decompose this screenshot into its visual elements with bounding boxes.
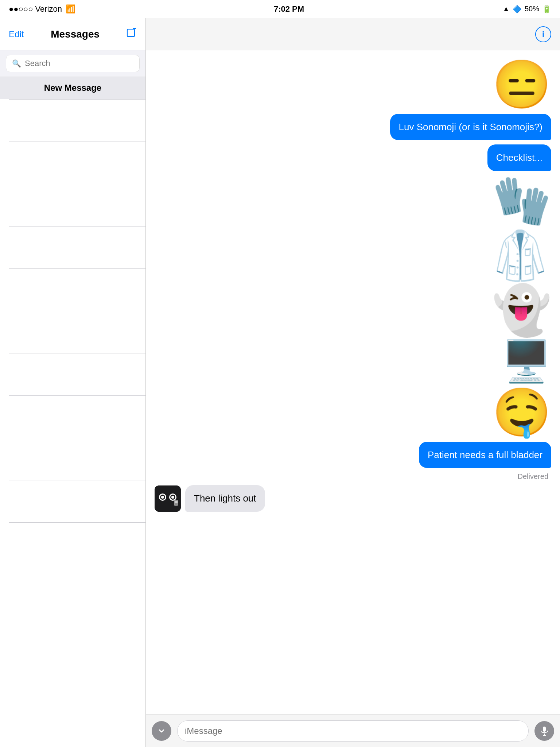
- edit-button[interactable]: Edit: [9, 29, 24, 39]
- list-item[interactable]: [0, 438, 145, 480]
- glove-sticker: 🧤: [492, 177, 551, 224]
- list-item[interactable]: [0, 480, 145, 522]
- dizzy-face-emoji-sticker: 😑: [492, 61, 551, 108]
- status-right: ▲ 🔷 50% 🔋: [502, 5, 551, 13]
- search-container: 🔍: [0, 50, 145, 77]
- list-item[interactable]: [0, 311, 145, 353]
- search-bar: 🔍: [6, 55, 140, 72]
- list-item[interactable]: [0, 396, 145, 438]
- svg-point-9: [171, 496, 174, 499]
- list-item[interactable]: [0, 353, 145, 395]
- sent-bubble-full-bladder: Patient needs a full bladder: [419, 442, 551, 468]
- battery-icon: 🔋: [542, 5, 551, 13]
- sticker-row: 😑: [155, 61, 551, 108]
- main-layout: Edit Messages 🔍 New Message: [0, 18, 560, 747]
- list-item[interactable]: [0, 227, 145, 268]
- compose-icon: [127, 28, 137, 38]
- gel-sticker: 👻: [492, 286, 551, 334]
- info-button[interactable]: i: [535, 26, 551, 42]
- ultrasound-sticker: 🖥️: [501, 341, 551, 381]
- drink-sticker-row: 🤤: [155, 388, 551, 436]
- wifi-icon: 📶: [66, 4, 75, 14]
- delivered-status: Delivered: [155, 472, 551, 481]
- avatar: [155, 485, 181, 512]
- sent-bubble-checklist: Checklist...: [487, 144, 551, 171]
- microphone-icon: [539, 726, 549, 736]
- svg-rect-3: [155, 485, 181, 512]
- list-item[interactable]: [0, 269, 145, 311]
- status-left: ●●○○○ Verizon 📶: [9, 4, 75, 14]
- search-icon: 🔍: [12, 59, 21, 68]
- received-bubble-lights-out: Then lights out: [185, 485, 265, 511]
- battery-text: 50%: [525, 5, 539, 13]
- svg-point-8: [161, 496, 164, 499]
- time-display: 7:02 PM: [274, 4, 304, 14]
- messages-title: Messages: [51, 28, 100, 40]
- message-row-full-bladder: Patient needs a full bladder: [155, 442, 551, 468]
- search-input[interactable]: [25, 59, 133, 68]
- ultrasound-sticker-row: 🖥️: [155, 341, 551, 381]
- compose-button[interactable]: [127, 28, 137, 40]
- message-row-luv-sonomoji: Luv Sonomoji (or is it Sonomojis?): [155, 114, 551, 140]
- drink-sticker: 🤤: [492, 388, 551, 436]
- lights-out-bubble: Then lights out: [185, 485, 265, 511]
- new-message-label: New Message: [9, 83, 137, 93]
- sidebar: Edit Messages 🔍 New Message: [0, 18, 146, 747]
- new-message-section[interactable]: New Message: [0, 77, 145, 99]
- sent-bubble-luv-sonomoji: Luv Sonomoji (or is it Sonomojis?): [390, 114, 552, 140]
- chat-panel: i 😑 Luv Sonomoji (or is it Sonomojis?) C…: [146, 18, 560, 747]
- scrubs-sticker-row: 🥼: [155, 232, 551, 279]
- location-icon: ▲: [502, 5, 510, 13]
- chat-input-bar: [146, 714, 560, 747]
- conversation-divider-11: [9, 522, 145, 523]
- bluetooth-icon: 🔷: [513, 5, 522, 13]
- messages-header: Edit Messages: [0, 18, 145, 50]
- list-item[interactable]: [0, 100, 145, 142]
- expand-button[interactable]: [152, 721, 171, 741]
- status-bar: ●●○○○ Verizon 📶 7:02 PM ▲ 🔷 50% 🔋: [0, 0, 560, 18]
- conversation-list: [0, 99, 145, 747]
- message-row-checklist: Checklist...: [155, 144, 551, 171]
- carrier-text: ●●○○○ Verizon: [9, 4, 62, 14]
- scrubs-sticker: 🥼: [491, 232, 550, 279]
- avatar-svg: [155, 485, 181, 512]
- list-item[interactable]: [0, 142, 145, 184]
- microphone-button[interactable]: [534, 721, 554, 741]
- glove-sticker-row: 🧤: [155, 177, 551, 224]
- list-item[interactable]: [0, 184, 145, 226]
- message-row-lights-out: Then lights out: [155, 485, 551, 511]
- svg-rect-0: [127, 29, 135, 36]
- expand-icon: [157, 727, 166, 735]
- svg-rect-12: [543, 727, 546, 732]
- svg-rect-11: [175, 501, 178, 503]
- gel-sticker-row: 👻: [155, 286, 551, 334]
- chat-messages[interactable]: 😑 Luv Sonomoji (or is it Sonomojis?) Che…: [146, 50, 560, 714]
- imessage-input[interactable]: [177, 720, 529, 742]
- chat-header: i: [146, 18, 560, 50]
